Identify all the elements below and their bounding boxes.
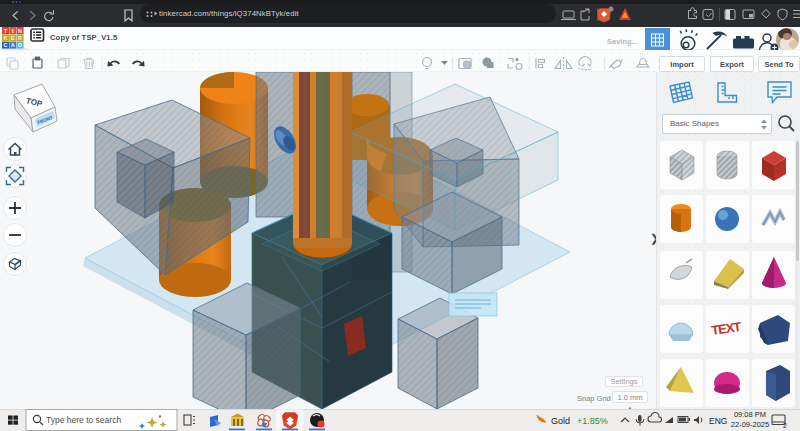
svg-text:R: R <box>18 35 22 41</box>
svg-text:C: C <box>4 42 8 48</box>
svg-text:N: N <box>18 28 22 34</box>
svg-text:A: A <box>11 42 15 48</box>
svg-text:Type here to search: Type here to search <box>46 415 121 425</box>
svg-text:ENG: ENG <box>709 416 727 426</box>
svg-text:2: 2 <box>783 422 787 429</box>
svg-text:E: E <box>11 35 15 41</box>
svg-text:+1.85%: +1.85% <box>577 416 608 426</box>
svg-text:Gold: Gold <box>551 416 570 426</box>
svg-text:K: K <box>4 35 8 41</box>
svg-text:D: D <box>18 42 22 48</box>
